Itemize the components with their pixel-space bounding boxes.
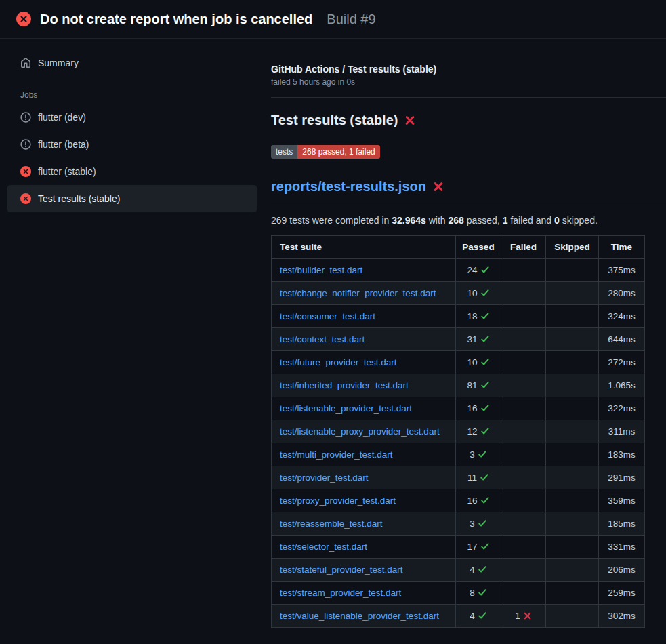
table-header-row: Test suite Passed Failed Skipped Time [272,236,645,259]
suite-link[interactable]: test/listenable_provider_test.dart [280,403,412,414]
table-row: test/inherited_provider_test.dart 81 1.0… [272,374,645,397]
suite-cell: test/context_test.dart [272,328,456,351]
sidebar-job-item[interactable]: Test results (stable) [7,185,257,212]
time-cell: 322ms [599,397,645,420]
status-line: failed 5 hours ago in 0s [271,77,666,87]
time-cell: 644ms [599,328,645,351]
passed-cell: 10 [456,351,501,374]
main-content: GitHub Actions / Test results (stable) f… [264,39,666,628]
summary-line: 269 tests were completed in 32.964s with… [271,215,666,226]
passed-cell: 3 [456,512,501,536]
failed-cell [501,443,546,466]
suite-link[interactable]: test/inherited_provider_test.dart [280,380,409,390]
skipped-cell [546,559,599,582]
suite-link[interactable]: test/future_provider_test.dart [280,357,397,367]
x-circle-icon [16,12,31,26]
suite-link[interactable]: test/value_listenable_provider_test.dart [280,611,439,621]
col-passed: Passed [456,236,501,259]
suite-cell: test/consumer_test.dart [272,305,456,328]
check-icon [480,496,490,506]
failed-cell [501,512,546,536]
skipped-cell [546,489,599,512]
suite-cell: test/listenable_proxy_provider_test.dart [272,420,456,443]
page: Do not create report when job is cancell… [0,0,666,628]
col-test-suite: Test suite [272,236,456,259]
table-row: test/change_notifier_provider_test.dart … [272,282,645,305]
check-icon [478,565,487,575]
skipped-cell [546,374,599,397]
time-cell: 206ms [599,559,645,582]
report-link[interactable]: reports/test-results.json [271,178,426,195]
col-failed: Failed [501,236,546,259]
passed-cell: 10 [456,282,501,305]
suite-link[interactable]: test/selector_test.dart [280,542,367,552]
sidebar-job-item[interactable]: flutter (dev) [7,104,257,131]
failed-cell [501,328,546,351]
job-label: flutter (stable) [38,166,96,177]
check-icon [478,611,487,621]
suite-link[interactable]: test/reassemble_test.dart [280,519,383,529]
sidebar-item-summary[interactable]: Summary [7,49,257,77]
passed-cell: 17 [456,536,501,559]
x-circle-icon [20,193,31,204]
time-cell: 280ms [599,282,645,305]
suite-link[interactable]: test/provider_test.dart [280,472,369,483]
passed-cell: 12 [456,420,501,443]
table-row: test/selector_test.dart 17 331ms [272,536,645,559]
passed-cell: 4 [456,605,501,628]
suite-cell: test/reassemble_test.dart [272,512,456,536]
skipped-cell [546,512,599,536]
passed-cell: 16 [456,397,501,420]
skipped-cell [546,420,599,443]
time-cell: 1.065s [599,374,645,397]
suite-cell: test/future_provider_test.dart [272,351,456,374]
suite-link[interactable]: test/context_test.dart [280,334,365,344]
failed-cell [501,351,546,374]
job-label: flutter (beta) [38,139,89,150]
suite-link[interactable]: test/builder_test.dart [280,265,362,275]
sidebar-job-item[interactable]: flutter (stable) [7,158,257,185]
layout: Summary Jobs flutter (dev) flutter (beta… [0,39,666,628]
suite-cell: test/change_notifier_provider_test.dart [272,282,456,305]
suite-link[interactable]: test/change_notifier_provider_test.dart [280,288,436,298]
passed-cell: 4 [456,559,501,582]
suite-link[interactable]: test/consumer_test.dart [280,311,375,321]
check-icon [478,588,487,598]
table-row: test/future_provider_test.dart 10 272ms [272,351,645,374]
sidebar: Summary Jobs flutter (dev) flutter (beta… [0,39,264,628]
suite-link[interactable]: test/proxy_provider_test.dart [280,496,396,506]
home-icon [20,58,31,68]
time-cell: 324ms [599,305,645,328]
failed-cell [501,397,546,420]
check-icon [478,519,487,529]
cancelled-icon [20,139,31,150]
jobs-section-label: Jobs [20,90,264,100]
sidebar-job-item[interactable]: flutter (beta) [7,131,257,158]
report-title-row: reports/test-results.json [271,178,666,203]
failed-cell [501,305,546,328]
suite-link[interactable]: test/stateful_provider_test.dart [280,565,403,575]
check-icon [480,311,490,321]
check-icon [480,334,490,344]
check-icon [480,265,490,275]
passed-cell: 3 [456,443,501,466]
time-cell: 359ms [599,489,645,512]
table-row: test/listenable_proxy_provider_test.dart… [272,420,645,443]
x-circle-icon [20,166,31,177]
suite-link[interactable]: test/multi_provider_test.dart [280,449,393,460]
suite-cell: test/selector_test.dart [272,536,456,559]
skipped-cell [546,582,599,605]
time-cell: 185ms [599,512,645,536]
table-row: test/consumer_test.dart 18 324ms [272,305,645,328]
summary-label: Summary [38,58,79,68]
passed-cell: 16 [456,489,501,512]
cross-icon [523,611,532,621]
breadcrumb: GitHub Actions / Test results (stable) [271,64,666,75]
passed-cell: 8 [456,582,501,605]
time-cell: 302ms [599,605,645,628]
suite-link[interactable]: test/listenable_proxy_provider_test.dart [280,426,440,437]
suite-link[interactable]: test/stream_provider_test.dart [280,588,401,598]
skipped-cell [546,259,599,282]
check-icon [480,426,490,437]
table-row: test/provider_test.dart 11 291ms [272,466,645,489]
